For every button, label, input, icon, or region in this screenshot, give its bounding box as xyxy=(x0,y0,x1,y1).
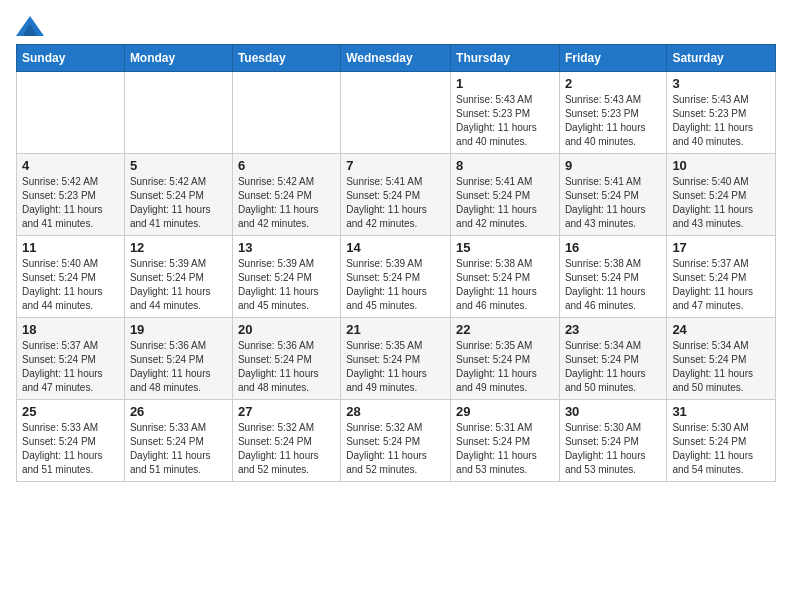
calendar-week-5: 25Sunrise: 5:33 AM Sunset: 5:24 PM Dayli… xyxy=(17,400,776,482)
day-number: 4 xyxy=(22,158,119,173)
day-info: Sunrise: 5:42 AM Sunset: 5:24 PM Dayligh… xyxy=(238,175,335,231)
day-number: 26 xyxy=(130,404,227,419)
day-info: Sunrise: 5:40 AM Sunset: 5:24 PM Dayligh… xyxy=(672,175,770,231)
day-info: Sunrise: 5:38 AM Sunset: 5:24 PM Dayligh… xyxy=(565,257,661,313)
weekday-header-friday: Friday xyxy=(559,45,666,72)
calendar-cell: 10Sunrise: 5:40 AM Sunset: 5:24 PM Dayli… xyxy=(667,154,776,236)
calendar-cell: 22Sunrise: 5:35 AM Sunset: 5:24 PM Dayli… xyxy=(451,318,560,400)
calendar-cell xyxy=(341,72,451,154)
day-info: Sunrise: 5:35 AM Sunset: 5:24 PM Dayligh… xyxy=(456,339,554,395)
day-info: Sunrise: 5:41 AM Sunset: 5:24 PM Dayligh… xyxy=(346,175,445,231)
day-number: 6 xyxy=(238,158,335,173)
day-info: Sunrise: 5:41 AM Sunset: 5:24 PM Dayligh… xyxy=(565,175,661,231)
day-number: 28 xyxy=(346,404,445,419)
day-info: Sunrise: 5:40 AM Sunset: 5:24 PM Dayligh… xyxy=(22,257,119,313)
day-info: Sunrise: 5:31 AM Sunset: 5:24 PM Dayligh… xyxy=(456,421,554,477)
day-info: Sunrise: 5:37 AM Sunset: 5:24 PM Dayligh… xyxy=(22,339,119,395)
calendar-cell: 2Sunrise: 5:43 AM Sunset: 5:23 PM Daylig… xyxy=(559,72,666,154)
day-number: 13 xyxy=(238,240,335,255)
calendar-cell: 19Sunrise: 5:36 AM Sunset: 5:24 PM Dayli… xyxy=(124,318,232,400)
calendar-cell: 8Sunrise: 5:41 AM Sunset: 5:24 PM Daylig… xyxy=(451,154,560,236)
day-info: Sunrise: 5:30 AM Sunset: 5:24 PM Dayligh… xyxy=(565,421,661,477)
calendar-cell: 16Sunrise: 5:38 AM Sunset: 5:24 PM Dayli… xyxy=(559,236,666,318)
calendar-week-1: 1Sunrise: 5:43 AM Sunset: 5:23 PM Daylig… xyxy=(17,72,776,154)
day-info: Sunrise: 5:39 AM Sunset: 5:24 PM Dayligh… xyxy=(238,257,335,313)
day-info: Sunrise: 5:43 AM Sunset: 5:23 PM Dayligh… xyxy=(565,93,661,149)
day-number: 24 xyxy=(672,322,770,337)
calendar-cell xyxy=(17,72,125,154)
day-info: Sunrise: 5:43 AM Sunset: 5:23 PM Dayligh… xyxy=(456,93,554,149)
logo-icon xyxy=(16,16,44,36)
calendar-cell: 12Sunrise: 5:39 AM Sunset: 5:24 PM Dayli… xyxy=(124,236,232,318)
calendar-table: SundayMondayTuesdayWednesdayThursdayFrid… xyxy=(16,44,776,482)
weekday-header-sunday: Sunday xyxy=(17,45,125,72)
calendar-cell: 6Sunrise: 5:42 AM Sunset: 5:24 PM Daylig… xyxy=(232,154,340,236)
day-number: 18 xyxy=(22,322,119,337)
calendar-cell: 27Sunrise: 5:32 AM Sunset: 5:24 PM Dayli… xyxy=(232,400,340,482)
weekday-header-tuesday: Tuesday xyxy=(232,45,340,72)
calendar-cell: 28Sunrise: 5:32 AM Sunset: 5:24 PM Dayli… xyxy=(341,400,451,482)
day-info: Sunrise: 5:34 AM Sunset: 5:24 PM Dayligh… xyxy=(672,339,770,395)
calendar-cell: 30Sunrise: 5:30 AM Sunset: 5:24 PM Dayli… xyxy=(559,400,666,482)
calendar-cell xyxy=(124,72,232,154)
day-number: 23 xyxy=(565,322,661,337)
day-number: 22 xyxy=(456,322,554,337)
day-info: Sunrise: 5:30 AM Sunset: 5:24 PM Dayligh… xyxy=(672,421,770,477)
day-number: 5 xyxy=(130,158,227,173)
calendar-cell: 17Sunrise: 5:37 AM Sunset: 5:24 PM Dayli… xyxy=(667,236,776,318)
day-number: 27 xyxy=(238,404,335,419)
weekday-header-saturday: Saturday xyxy=(667,45,776,72)
page-header xyxy=(16,16,776,36)
weekday-header-row: SundayMondayTuesdayWednesdayThursdayFrid… xyxy=(17,45,776,72)
calendar-cell: 11Sunrise: 5:40 AM Sunset: 5:24 PM Dayli… xyxy=(17,236,125,318)
logo xyxy=(16,16,48,36)
day-number: 21 xyxy=(346,322,445,337)
day-number: 10 xyxy=(672,158,770,173)
calendar-cell xyxy=(232,72,340,154)
calendar-cell: 13Sunrise: 5:39 AM Sunset: 5:24 PM Dayli… xyxy=(232,236,340,318)
day-info: Sunrise: 5:43 AM Sunset: 5:23 PM Dayligh… xyxy=(672,93,770,149)
weekday-header-thursday: Thursday xyxy=(451,45,560,72)
calendar-cell: 23Sunrise: 5:34 AM Sunset: 5:24 PM Dayli… xyxy=(559,318,666,400)
calendar-cell: 15Sunrise: 5:38 AM Sunset: 5:24 PM Dayli… xyxy=(451,236,560,318)
calendar-cell: 24Sunrise: 5:34 AM Sunset: 5:24 PM Dayli… xyxy=(667,318,776,400)
calendar-header: SundayMondayTuesdayWednesdayThursdayFrid… xyxy=(17,45,776,72)
calendar-cell: 14Sunrise: 5:39 AM Sunset: 5:24 PM Dayli… xyxy=(341,236,451,318)
day-info: Sunrise: 5:32 AM Sunset: 5:24 PM Dayligh… xyxy=(238,421,335,477)
day-number: 14 xyxy=(346,240,445,255)
day-number: 1 xyxy=(456,76,554,91)
day-number: 3 xyxy=(672,76,770,91)
day-number: 9 xyxy=(565,158,661,173)
day-info: Sunrise: 5:33 AM Sunset: 5:24 PM Dayligh… xyxy=(22,421,119,477)
day-info: Sunrise: 5:41 AM Sunset: 5:24 PM Dayligh… xyxy=(456,175,554,231)
day-info: Sunrise: 5:33 AM Sunset: 5:24 PM Dayligh… xyxy=(130,421,227,477)
day-number: 20 xyxy=(238,322,335,337)
weekday-header-wednesday: Wednesday xyxy=(341,45,451,72)
day-info: Sunrise: 5:34 AM Sunset: 5:24 PM Dayligh… xyxy=(565,339,661,395)
calendar-cell: 9Sunrise: 5:41 AM Sunset: 5:24 PM Daylig… xyxy=(559,154,666,236)
calendar-cell: 3Sunrise: 5:43 AM Sunset: 5:23 PM Daylig… xyxy=(667,72,776,154)
day-number: 2 xyxy=(565,76,661,91)
calendar-cell: 7Sunrise: 5:41 AM Sunset: 5:24 PM Daylig… xyxy=(341,154,451,236)
day-number: 25 xyxy=(22,404,119,419)
day-number: 8 xyxy=(456,158,554,173)
calendar-week-3: 11Sunrise: 5:40 AM Sunset: 5:24 PM Dayli… xyxy=(17,236,776,318)
calendar-cell: 21Sunrise: 5:35 AM Sunset: 5:24 PM Dayli… xyxy=(341,318,451,400)
day-number: 31 xyxy=(672,404,770,419)
calendar-cell: 5Sunrise: 5:42 AM Sunset: 5:24 PM Daylig… xyxy=(124,154,232,236)
calendar-body: 1Sunrise: 5:43 AM Sunset: 5:23 PM Daylig… xyxy=(17,72,776,482)
day-info: Sunrise: 5:42 AM Sunset: 5:23 PM Dayligh… xyxy=(22,175,119,231)
weekday-header-monday: Monday xyxy=(124,45,232,72)
calendar-cell: 29Sunrise: 5:31 AM Sunset: 5:24 PM Dayli… xyxy=(451,400,560,482)
day-number: 16 xyxy=(565,240,661,255)
day-number: 7 xyxy=(346,158,445,173)
day-number: 11 xyxy=(22,240,119,255)
calendar-cell: 1Sunrise: 5:43 AM Sunset: 5:23 PM Daylig… xyxy=(451,72,560,154)
day-info: Sunrise: 5:36 AM Sunset: 5:24 PM Dayligh… xyxy=(238,339,335,395)
day-info: Sunrise: 5:39 AM Sunset: 5:24 PM Dayligh… xyxy=(346,257,445,313)
day-info: Sunrise: 5:38 AM Sunset: 5:24 PM Dayligh… xyxy=(456,257,554,313)
calendar-cell: 31Sunrise: 5:30 AM Sunset: 5:24 PM Dayli… xyxy=(667,400,776,482)
day-number: 12 xyxy=(130,240,227,255)
calendar-week-2: 4Sunrise: 5:42 AM Sunset: 5:23 PM Daylig… xyxy=(17,154,776,236)
day-info: Sunrise: 5:36 AM Sunset: 5:24 PM Dayligh… xyxy=(130,339,227,395)
